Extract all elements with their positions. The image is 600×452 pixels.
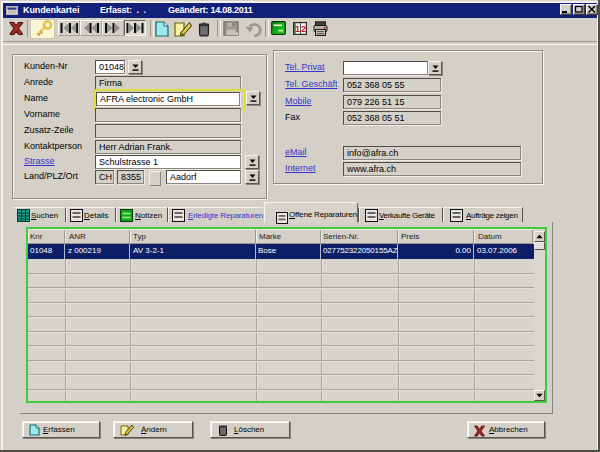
svg-text:1: 1	[295, 24, 300, 34]
svg-text:2: 2	[301, 24, 306, 34]
